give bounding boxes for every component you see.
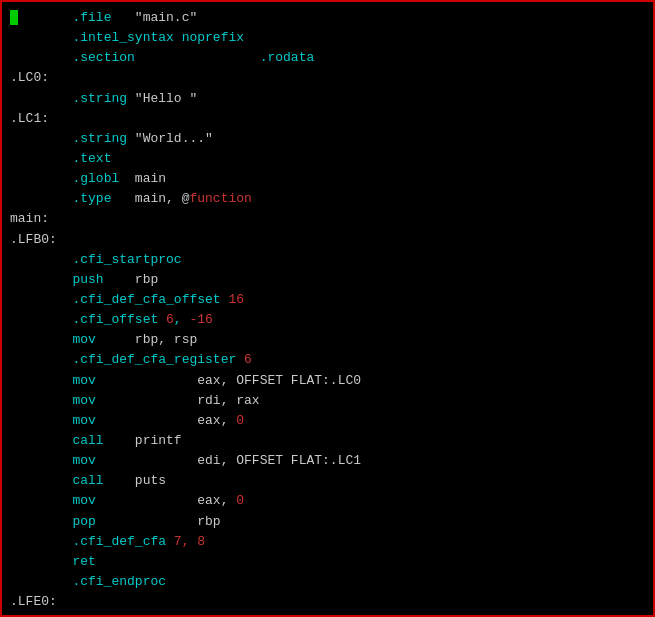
code-line: push rbp — [10, 270, 645, 290]
code-line: .cfi_def_cfa 7, 8 — [10, 532, 645, 552]
code-line: .intel_syntax noprefix — [10, 28, 645, 48]
code-line: .cfi_offset 6, -16 — [10, 310, 645, 330]
code-line: call printf — [10, 431, 645, 451]
code-line: .size main, .-main — [10, 612, 645, 617]
code-line: .cfi_def_cfa_offset 16 — [10, 290, 645, 310]
code-line: mov eax, 0 — [10, 411, 645, 431]
code-line: ret — [10, 552, 645, 572]
code-line: .cfi_endproc — [10, 572, 645, 592]
code-content: █ .file "main.c" .intel_syntax noprefix … — [10, 8, 645, 617]
code-line: .globl main — [10, 169, 645, 189]
cursor-indicator: █ — [10, 10, 18, 25]
code-line: .section .rodata — [10, 48, 645, 68]
code-line: .cfi_startproc — [10, 250, 645, 270]
code-line: mov edi, OFFSET FLAT:.LC1 — [10, 451, 645, 471]
code-line: mov eax, 0 — [10, 491, 645, 511]
code-line: .LFE0: — [10, 592, 645, 612]
code-line: .string "Hello " — [10, 89, 645, 109]
code-line: .cfi_def_cfa_register 6 — [10, 350, 645, 370]
code-line: .LC1: — [10, 109, 645, 129]
code-line: mov eax, OFFSET FLAT:.LC0 — [10, 371, 645, 391]
code-line: .string "World..." — [10, 129, 645, 149]
code-line: .text — [10, 149, 645, 169]
code-line: mov rbp, rsp — [10, 330, 645, 350]
code-line: .LC0: — [10, 68, 645, 88]
code-line: █ .file "main.c" — [10, 8, 645, 28]
code-line: mov rdi, rax — [10, 391, 645, 411]
code-editor: █ .file "main.c" .intel_syntax noprefix … — [0, 0, 655, 617]
code-line: call puts — [10, 471, 645, 491]
code-line: pop rbp — [10, 512, 645, 532]
code-line: main: — [10, 209, 645, 229]
code-line: .LFB0: — [10, 230, 645, 250]
code-line: .type main, @function — [10, 189, 645, 209]
